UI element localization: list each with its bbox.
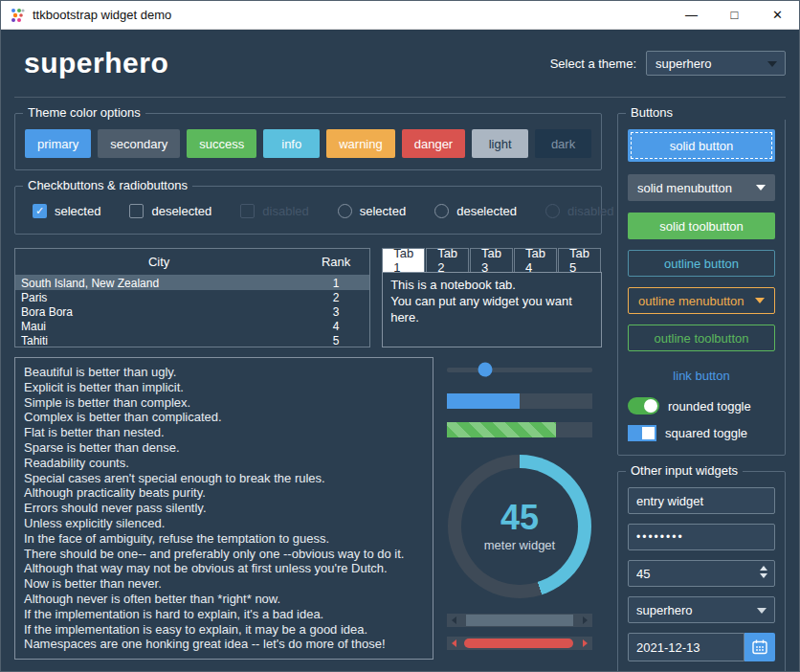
tab-5[interactable]: Tab 5 [558, 248, 601, 272]
spinbox-input[interactable] [628, 560, 775, 587]
notebook-tabs: Tab 1Tab 2Tab 3Tab 4Tab 5 [382, 248, 602, 272]
cell-rank: 5 [302, 334, 369, 347]
progressbar-success-fill [447, 422, 556, 437]
table-row[interactable]: South Island, New Zealand1 [15, 276, 369, 290]
checkbox-icon: ✓ [33, 204, 47, 218]
scale-slider[interactable] [447, 363, 592, 376]
theme-button-info[interactable]: info [263, 129, 320, 158]
calendar-button[interactable] [744, 633, 775, 661]
tab-4[interactable]: Tab 4 [514, 248, 557, 272]
tab-2[interactable]: Tab 2 [426, 248, 469, 272]
solid-button[interactable]: solid button [628, 129, 775, 162]
checkbox-selected[interactable]: ✓selected [33, 204, 100, 218]
progressbar-primary-fill [447, 393, 520, 409]
toggle-on-icon[interactable] [628, 397, 659, 414]
theme-button-light[interactable]: light [472, 129, 528, 158]
close-button[interactable]: ✕ [756, 1, 799, 29]
check-item-label: selected [55, 204, 100, 218]
maximize-button[interactable]: □ [713, 1, 756, 29]
date-entry [628, 633, 775, 661]
arrow-left-icon[interactable] [452, 616, 456, 624]
table-row[interactable]: Paris2 [15, 290, 369, 304]
date-input[interactable] [628, 633, 744, 661]
chevron-down-icon [767, 61, 777, 67]
radio-deselected[interactable]: deselected [434, 204, 517, 218]
theme-button-warning[interactable]: warning [326, 129, 395, 158]
radio-icon [338, 204, 352, 218]
notebook-pane: This is a notebook tab. You can put any … [382, 272, 602, 347]
arrow-right-icon[interactable] [583, 616, 588, 624]
link-button[interactable]: link button [628, 364, 775, 387]
theme-button-primary[interactable]: primary [25, 129, 91, 158]
solid-menubutton[interactable]: solid menubutton [628, 174, 775, 201]
scrollbar-gray-thumb[interactable] [466, 615, 573, 626]
checks-row: ✓selecteddeselecteddisabledselecteddesel… [25, 202, 591, 222]
zen-text-area[interactable]: Beautiful is better than ugly. Explicit … [14, 357, 433, 660]
cell-rank: 4 [302, 320, 369, 333]
check-item-label: disabled [262, 204, 308, 218]
notebook: Tab 1Tab 2Tab 3Tab 4Tab 5 This is a note… [382, 248, 602, 347]
city-table-body: South Island, New Zealand1Paris2Bora Bor… [15, 276, 369, 347]
table-row[interactable]: Maui4 [15, 319, 369, 333]
entry-widget[interactable] [628, 487, 775, 514]
checkbuttons-frame: Checkbuttons & radiobuttons ✓selecteddes… [14, 186, 602, 235]
table-row[interactable]: Bora Bora3 [15, 304, 369, 319]
spinbox[interactable] [628, 560, 775, 587]
column-header-rank[interactable]: Rank [302, 255, 369, 269]
radio-disabled: disabled [545, 204, 613, 218]
theme-combobox-value: superhero [656, 56, 712, 71]
theme-combobox[interactable]: superhero [646, 51, 786, 76]
table-row[interactable]: Tahiti5 [15, 333, 369, 347]
arrow-right-icon[interactable] [583, 639, 588, 647]
tab-1[interactable]: Tab 1 [382, 248, 425, 272]
cell-rank: 3 [302, 305, 369, 319]
chevron-down-icon [757, 608, 767, 614]
theme-combobox-small[interactable]: superhero [628, 596, 775, 623]
cell-city: Bora Bora [15, 305, 302, 319]
scrollbar-red-thumb[interactable] [464, 638, 573, 648]
scale-track [447, 368, 592, 372]
titlebar: ttkbootstrap widget demo — □ ✕ [1, 1, 799, 30]
cell-city: Maui [15, 320, 302, 333]
window-title: ttkbootstrap widget demo [33, 8, 670, 22]
city-table-header[interactable]: City Rank [15, 249, 369, 276]
minimize-button[interactable]: — [670, 1, 713, 29]
password-field[interactable] [628, 524, 775, 550]
check-item-label: deselected [151, 204, 211, 218]
theme-button-danger[interactable]: danger [402, 129, 465, 158]
checkbox-deselected[interactable]: deselected [129, 204, 211, 218]
theme-color-options-frame: Theme color options primarysecondarysucc… [14, 113, 602, 170]
spin-down-icon[interactable] [760, 573, 767, 578]
solid-menubutton-label: solid menubutton [637, 181, 732, 195]
radio-selected[interactable]: selected [338, 204, 406, 218]
tab-3[interactable]: Tab 3 [470, 248, 513, 272]
spin-up-icon[interactable] [760, 566, 767, 571]
cell-city: Paris [15, 291, 302, 304]
cell-city: Tahiti [15, 334, 302, 347]
scrollbar-gray[interactable] [447, 614, 592, 627]
outline-menubutton[interactable]: outline menubutton [628, 287, 775, 314]
rounded-toggle-label: rounded toggle [668, 399, 751, 414]
check-item-label: selected [360, 204, 406, 218]
theme-button-secondary[interactable]: secondary [98, 129, 180, 158]
scrollbar-red[interactable] [447, 637, 592, 650]
meter-label: meter widget [484, 538, 555, 552]
scale-handle[interactable] [478, 363, 492, 377]
frame-label: Other input widgets [626, 463, 743, 478]
column-header-city[interactable]: City [15, 255, 302, 269]
city-table: City Rank South Island, New Zealand1Pari… [14, 248, 370, 347]
header-separator [14, 97, 786, 98]
other-inputs-frame: Other input widgets superhero [617, 471, 786, 672]
theme-button-dark[interactable]: dark [535, 129, 591, 158]
arrow-left-icon[interactable] [452, 639, 456, 647]
theme-button-success[interactable]: success [187, 129, 256, 158]
toggle-on-icon[interactable] [628, 425, 656, 441]
progressbar-success [447, 422, 592, 437]
squared-toggle[interactable]: squared toggle [628, 425, 775, 441]
theme-select-label: Select a theme: [550, 56, 636, 71]
outline-button[interactable]: outline button [628, 250, 775, 277]
outline-toolbutton[interactable]: outline toolbutton [628, 325, 775, 351]
checkbox-disabled: disabled [240, 204, 308, 218]
solid-toolbutton[interactable]: solid toolbutton [628, 213, 775, 239]
rounded-toggle[interactable]: rounded toggle [628, 397, 775, 414]
